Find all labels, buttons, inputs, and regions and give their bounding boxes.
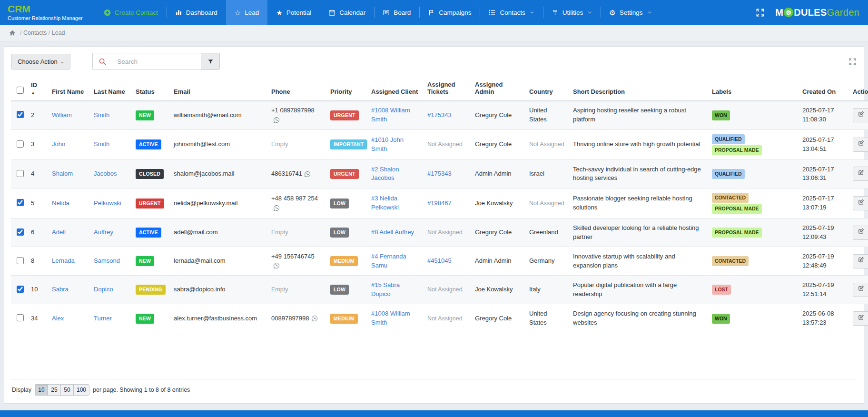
page-size-button-100[interactable]: 100: [73, 384, 89, 396]
header-id[interactable]: ID▲: [27, 76, 48, 101]
assigned-client-link[interactable]: #4 Fernanda Samu: [371, 253, 406, 269]
header-priority[interactable]: Priority: [326, 76, 367, 101]
first-name-link[interactable]: William: [52, 111, 72, 119]
assigned-client-link[interactable]: #1010 John Smith: [371, 136, 404, 152]
assigned-ticket-link[interactable]: #451045: [427, 257, 452, 264]
cell-assigned-tickets: #175343: [424, 159, 471, 188]
header-assigned-client[interactable]: Assigned Client: [367, 76, 424, 101]
search-input[interactable]: [112, 53, 201, 70]
whatsapp-icon[interactable]: [273, 205, 280, 211]
edit-button[interactable]: [853, 196, 868, 210]
filter-funnel-button[interactable]: [201, 53, 220, 70]
header-country[interactable]: Country: [525, 76, 569, 101]
edit-button[interactable]: [853, 138, 868, 152]
cell-country: Germany: [525, 247, 569, 276]
header-first-name[interactable]: First Name: [48, 76, 90, 101]
select-all-checkbox[interactable]: [17, 87, 24, 94]
row-checkbox[interactable]: [17, 314, 24, 321]
first-name-link[interactable]: Lernada: [52, 257, 75, 264]
first-name-link[interactable]: John: [52, 140, 65, 148]
row-checkbox[interactable]: [17, 286, 24, 293]
first-name-link[interactable]: Sabra: [52, 286, 69, 293]
cell-last-name: Samsond: [90, 247, 132, 276]
breadcrumb-item-contacts[interactable]: Contacts: [23, 30, 47, 36]
edit-button[interactable]: [853, 283, 868, 297]
edit-button[interactable]: [853, 254, 868, 268]
table-fullscreen-icon[interactable]: [848, 58, 857, 66]
page-size-button-25[interactable]: 25: [48, 384, 61, 396]
row-checkbox[interactable]: [17, 199, 24, 206]
first-name-link[interactable]: Nelida: [52, 199, 69, 207]
row-checkbox[interactable]: [17, 228, 24, 236]
assigned-ticket-link[interactable]: #175343: [427, 111, 452, 119]
header-phone[interactable]: Phone: [267, 76, 326, 101]
cell-select: [11, 304, 27, 333]
first-name-link[interactable]: Alex: [52, 315, 64, 322]
cell-labels: WON: [708, 101, 799, 129]
status-badge: NEW: [136, 314, 154, 324]
nav-item-board[interactable]: Board: [374, 0, 419, 25]
nav-item-lead[interactable]: ☆Lead: [226, 0, 268, 25]
cell-short-description: Aspiring hosting reseller seeking a robu…: [569, 101, 708, 129]
last-name-link[interactable]: Dopico: [94, 286, 113, 293]
header-status[interactable]: Status: [132, 76, 170, 101]
row-checkbox[interactable]: [17, 170, 24, 177]
nav-item-utilities[interactable]: Utilities: [543, 0, 601, 25]
header-created-on[interactable]: Created On: [799, 76, 849, 101]
assigned-client-link[interactable]: #2 Shalon Jacobos: [371, 166, 399, 182]
row-checkbox[interactable]: [17, 140, 24, 148]
whatsapp-icon[interactable]: [273, 262, 280, 269]
whatsapp-icon[interactable]: [311, 315, 318, 322]
page-size-button-10[interactable]: 10: [35, 384, 48, 396]
nav-item-dashboard[interactable]: Dashboard: [167, 0, 226, 25]
last-name-link[interactable]: Jacobos: [94, 170, 117, 177]
pencil-icon: [858, 199, 864, 208]
assigned-ticket-link[interactable]: #198467: [427, 199, 452, 207]
nav-item-campaigns[interactable]: Campaigns: [419, 0, 480, 25]
cell-priority: LOW: [326, 188, 367, 218]
priority-badge: MEDIUM: [330, 256, 358, 266]
cell-last-name: Jacobos: [90, 159, 132, 188]
edit-button[interactable]: [853, 108, 868, 122]
assigned-client-link[interactable]: #1008 William Smith: [371, 310, 410, 326]
edit-button[interactable]: [853, 226, 868, 240]
last-name-link[interactable]: Turner: [94, 315, 112, 322]
choose-action-button[interactable]: Choose Action ⌄: [11, 54, 70, 70]
edit-button[interactable]: [853, 167, 868, 181]
whatsapp-icon[interactable]: [304, 171, 311, 178]
header-last-name[interactable]: Last Name: [90, 76, 132, 101]
row-checkbox[interactable]: [17, 257, 24, 264]
assigned-ticket-link[interactable]: #175343: [427, 170, 452, 177]
nav-item-create-contact[interactable]: Create Contact: [95, 0, 167, 25]
nav-item-contacts[interactable]: Contacts: [480, 0, 542, 25]
header-labels[interactable]: Labels: [708, 76, 799, 101]
row-checkbox[interactable]: [17, 111, 24, 118]
assigned-client-link[interactable]: #8 Adell Auffrey: [371, 228, 414, 236]
nav-item-potential[interactable]: ★Potential: [267, 0, 320, 25]
header-email[interactable]: Email: [170, 76, 267, 101]
assigned-client-link[interactable]: #1008 William Smith: [371, 107, 410, 123]
last-name-link[interactable]: Pelkowski: [94, 199, 121, 207]
header-assigned-admin[interactable]: Assigned Admin: [471, 76, 525, 101]
cell-select: [11, 129, 27, 159]
header-assigned-tickets[interactable]: Assigned Tickets: [424, 76, 471, 101]
whatsapp-icon[interactable]: [273, 117, 280, 123]
header-short-description[interactable]: Short Description: [569, 76, 708, 101]
last-name-link[interactable]: Smith: [94, 111, 109, 119]
last-name-link[interactable]: Smith: [94, 140, 109, 148]
last-name-link[interactable]: Auffrey: [94, 228, 113, 236]
country-not-assigned: Not Assigned: [529, 200, 564, 207]
last-name-link[interactable]: Samsond: [94, 257, 120, 264]
home-icon[interactable]: [9, 30, 16, 36]
utilities-icon: [552, 9, 559, 16]
first-name-link[interactable]: Shalom: [52, 170, 73, 177]
fullscreen-icon[interactable]: [756, 8, 765, 17]
assigned-client-link[interactable]: #3 Nelida Pelkowski: [371, 195, 399, 211]
first-name-link[interactable]: Adell: [52, 228, 66, 236]
assigned-client-link[interactable]: #15 Sabra Dopico: [371, 281, 400, 298]
nav-item-calendar[interactable]: Calendar: [320, 0, 374, 25]
edit-button[interactable]: [853, 311, 868, 326]
nav-item-settings[interactable]: ⚙Settings: [601, 0, 660, 25]
page-size-button-50[interactable]: 50: [60, 384, 74, 396]
priority-badge: URGENT: [330, 169, 359, 179]
